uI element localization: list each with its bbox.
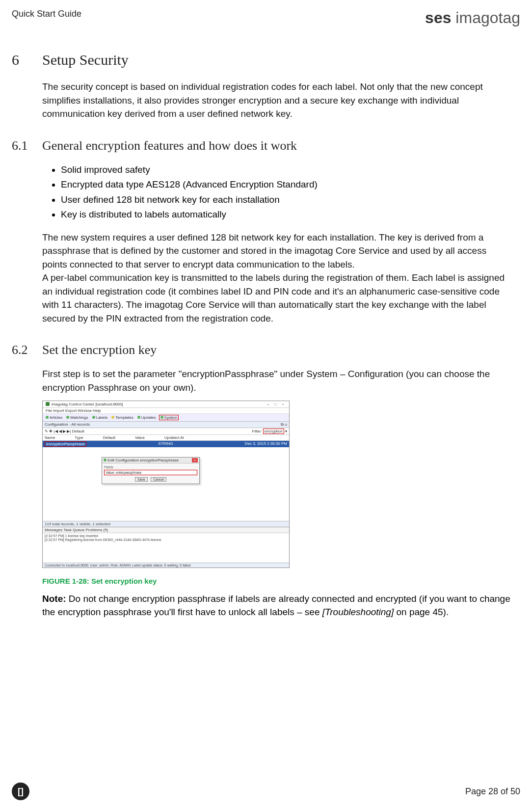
bullet-item: Encrypted data type AES128 (Advanced Enc… <box>61 178 520 192</box>
section-6-2-heading: 6.2 Set the encryption key <box>12 343 520 357</box>
row-name: encryptionPassphrase <box>45 441 86 447</box>
tab-label: Matchings <box>70 415 88 420</box>
dialog-close-icon[interactable]: × <box>192 458 198 462</box>
section-6-1-para2: A per-label communication key is transmi… <box>42 271 511 325</box>
section-6-2-para1: First step is to set the parameter "encr… <box>42 367 511 394</box>
guide-title: Quick Start Guide <box>12 9 81 19</box>
filter-area: Filter: encryption ▾ <box>252 429 287 433</box>
tab-dot-icon <box>137 416 140 419</box>
figure-caption: FIGURE 1-28: Set encryption key <box>42 577 520 585</box>
dialog-buttons: Save Cancel <box>104 477 197 482</box>
config-body: Edit Configuration encryptionPassphrase … <box>43 447 289 521</box>
default-label: Default <box>72 429 84 433</box>
dialog-icon <box>104 459 106 461</box>
tab-label: Articles <box>50 415 62 420</box>
dialog-body: Fields Value: enterpassphrase Save Cance… <box>102 463 199 484</box>
note-link-text: [Troubleshooting] <box>322 607 394 617</box>
cancel-button[interactable]: Cancel <box>151 477 166 482</box>
tab-label: Labels <box>96 415 108 420</box>
subsection-title: Set the encryption key <box>42 343 157 357</box>
connection-status: Connected to localhost:8000; User: admin… <box>43 563 289 568</box>
feature-bullets: Solid improved safety Encrypted data typ… <box>61 163 520 222</box>
save-button[interactable]: Save <box>135 477 148 482</box>
section-6-1-heading: 6.1 General encryption features and how … <box>12 138 520 153</box>
section-6-1-para1: The new system requires a user defined 1… <box>42 231 511 271</box>
selected-row[interactable]: encryptionPassphrase STRING Dec 3, 2015 … <box>43 441 289 447</box>
log-line: [2:32:57 PM] 1 license key inserted <box>45 534 287 538</box>
tab-label: System <box>164 415 178 420</box>
page-number: Page 28 of 50 <box>465 786 520 797</box>
edit-dialog: Edit Configuration encryptionPassphrase … <box>102 457 200 484</box>
tab-dot-icon <box>66 416 69 419</box>
section-6-heading: 6 Setup Security <box>12 52 520 68</box>
col-name[interactable]: Name <box>45 435 55 440</box>
tab-labels[interactable]: Labels <box>91 415 109 420</box>
tab-articles[interactable]: Articles <box>45 415 63 420</box>
note-label: Note: <box>42 594 66 604</box>
config-subheader: Configuration - All records ⧉ ⊡ <box>43 422 289 428</box>
bullet-item: Key is distributed to labels automatical… <box>61 208 520 222</box>
log-line: [2:32:57 PM] Registering license from DE… <box>45 538 287 542</box>
dialog-titlebar: Edit Configuration encryptionPassphrase … <box>102 458 199 463</box>
section-6-intro: The security concept is based on individ… <box>42 80 511 121</box>
config-title: Configuration - All records <box>45 422 90 427</box>
row-updated: Dec 3, 2015 2:30:30 PM <box>245 441 287 447</box>
panel-icons[interactable]: ⧉ ⊡ <box>281 422 287 427</box>
tab-templates[interactable]: Templates <box>110 415 134 420</box>
window-titlebar: imagotag Control Center [localhost:8000]… <box>43 401 289 408</box>
tab-dot-icon <box>160 416 163 419</box>
bullet-item: User defined 128 bit network key for eac… <box>61 193 520 207</box>
bullet-item: Solid improved safety <box>61 163 520 177</box>
brand-logo: ses imagotag <box>425 9 520 27</box>
figure-1-28: imagotag Control Center [localhost:8000]… <box>42 401 520 585</box>
col-type[interactable]: Type <box>75 435 83 440</box>
tab-updates[interactable]: Updates <box>136 415 157 420</box>
window-controls[interactable]: ‒ □ × <box>267 402 286 406</box>
filter-label: Filter: <box>252 429 262 433</box>
tab-label: Updates <box>141 415 156 420</box>
subsection-number: 6.1 <box>12 138 42 153</box>
message-tabs[interactable]: Messages Task Queue Problems (5) <box>43 527 289 533</box>
tab-label: Templates <box>115 415 133 420</box>
col-value[interactable]: Value <box>135 435 145 440</box>
dialog-value-row: Value: enterpassphrase <box>104 470 197 475</box>
footer-badge-icon: [] <box>12 783 29 800</box>
main-tabs: Articles Matchings Labels Templates Upda… <box>43 414 289 422</box>
window-title: imagotag Control Center [localhost:8000] <box>52 402 123 406</box>
section-number: 6 <box>12 52 42 68</box>
page-header: Quick Start Guide ses imagotag <box>12 9 520 27</box>
value-label: Value: <box>106 471 115 474</box>
brand-light: imagotag <box>451 9 520 27</box>
screenshot: imagotag Control Center [localhost:8000]… <box>42 401 290 568</box>
value-input[interactable]: enterpassphrase <box>116 471 141 474</box>
tab-matchings[interactable]: Matchings <box>65 415 89 420</box>
subsection-number: 6.2 <box>12 343 42 357</box>
dialog-fields-label: Fields <box>104 465 197 469</box>
tab-dot-icon <box>92 416 95 419</box>
tab-system[interactable]: System <box>159 415 179 420</box>
note-paragraph: Note: Do not change encryption passphras… <box>42 592 511 619</box>
app-icon <box>46 402 50 406</box>
dialog-title: Edit Configuration encryptionPassphrase <box>107 458 179 462</box>
note-text-2: on page 45). <box>394 607 449 617</box>
config-toolbar: ✎ ✚ |◀ ◀ ▶ ▶| Default Filter: encryption… <box>43 428 289 435</box>
row-type: STRING <box>158 441 173 447</box>
col-updated[interactable]: Updated At <box>164 435 184 440</box>
subsection-title: General encryption features and how does… <box>42 138 297 153</box>
messages-panel: Messages Task Queue Problems (5) [2:32:5… <box>43 527 289 563</box>
toolbar-nav[interactable]: ✎ ✚ |◀ ◀ ▶ ▶| Default <box>45 429 84 433</box>
filter-input[interactable]: encryption <box>263 429 284 434</box>
record-status: 115 total records, 1 visible, 1 selected <box>43 521 289 527</box>
menu-bar[interactable]: File Import Export Window Help <box>43 408 289 414</box>
col-default[interactable]: Default <box>103 435 115 440</box>
page-footer: [] Page 28 of 50 <box>12 783 520 800</box>
column-header-row: Name Type Default Value Updated At <box>43 435 289 441</box>
message-body: [2:32:57 PM] 1 license key inserted [2:3… <box>43 533 289 563</box>
brand-bold: ses <box>425 9 451 27</box>
tab-dot-icon <box>46 416 49 419</box>
tab-dot-icon <box>111 416 114 419</box>
section-title: Setup Security <box>42 52 129 68</box>
